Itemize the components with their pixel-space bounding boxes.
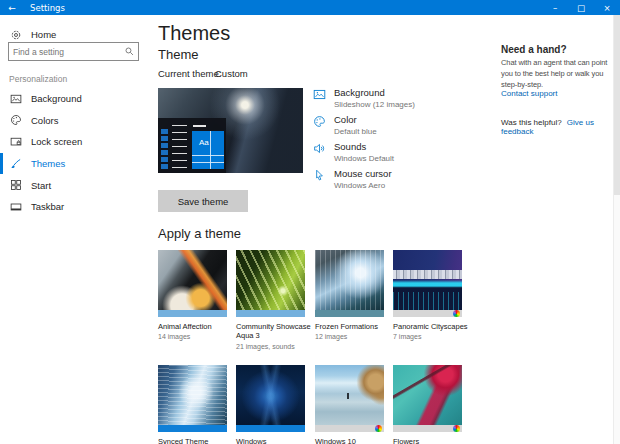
sidebar-item-label: Start	[31, 180, 51, 191]
sidebar-item-label: Background	[31, 93, 82, 104]
theme-thumbnail-taskbar	[158, 425, 227, 432]
theme-meta: 21 images, sounds	[236, 343, 305, 350]
theme-card-panoramic-cityscapes[interactable]: Panoramic Cityscapes 7 images	[393, 250, 462, 340]
theme-card-synced-theme[interactable]: Synced Theme	[158, 365, 227, 444]
sidebar-item-colors[interactable]: Colors	[0, 110, 148, 132]
setting-value: Windows Aero	[334, 181, 392, 190]
back-arrow-icon[interactable]: ←	[0, 3, 24, 13]
sidebar-item-label: Lock screen	[31, 136, 82, 147]
scrollbar-thumb[interactable]	[614, 15, 620, 195]
theme-meta: 12 images	[315, 333, 384, 340]
theme-name: Community Showcase Aqua 3	[236, 322, 312, 341]
theme-thumbnail	[236, 365, 305, 425]
theme-meta: 7 images	[393, 333, 462, 340]
color-palette-icon	[313, 114, 326, 128]
help-heading: Need a hand?	[501, 44, 567, 55]
settings-window: ← Settings – □ × Home Personalization	[0, 0, 620, 444]
theme-card-community-showcase[interactable]: Community Showcase Aqua 3 21 images, sou…	[236, 250, 305, 350]
sidebar-item-lock-screen[interactable]: Lock screen	[0, 131, 148, 153]
sidebar-item-label: Taskbar	[31, 201, 64, 212]
theme-thumbnail	[393, 365, 462, 425]
current-theme-label: Current theme:	[158, 68, 221, 79]
cursor-arrow-icon	[313, 168, 326, 182]
maximize-button[interactable]: □	[568, 0, 594, 15]
theme-thumbnail	[393, 250, 462, 310]
sidebar-item-taskbar[interactable]: Taskbar	[0, 196, 148, 218]
search-box	[8, 42, 139, 61]
theme-setting-background[interactable]: Background Slideshow (12 images)	[313, 87, 415, 109]
setting-label: Mouse cursor	[334, 168, 392, 179]
theme-name: Animal Affection	[158, 322, 234, 331]
theme-card-frozen-formations[interactable]: Frozen Formations 12 images	[315, 250, 384, 340]
sidebar-item-label: Themes	[31, 158, 65, 169]
sidebar-section-label: Personalization	[9, 74, 67, 84]
start-grid-icon	[10, 179, 22, 191]
sidebar-item-background[interactable]: Background	[0, 88, 148, 110]
search-icon	[124, 46, 138, 57]
theme-setting-sounds[interactable]: Sounds Windows Default	[313, 141, 394, 163]
theme-name: Windows 10	[315, 437, 391, 444]
theme-thumbnail-taskbar	[236, 310, 305, 317]
color-swatch-icon	[375, 425, 382, 432]
theme-thumbnail	[315, 365, 384, 425]
theme-thumbnail	[315, 250, 384, 310]
theme-card-windows-10[interactable]: Windows 10	[315, 365, 384, 444]
home-label: Home	[31, 29, 56, 40]
theme-card-windows[interactable]: Windows	[236, 365, 305, 444]
color-palette-icon	[10, 114, 22, 126]
contact-support-link[interactable]: Contact support	[501, 89, 557, 98]
setting-label: Background	[334, 87, 415, 98]
theme-preview-image: Aa	[158, 88, 303, 173]
apply-theme-heading: Apply a theme	[158, 226, 241, 241]
help-body-text: Chat with an agent that can point you to…	[501, 58, 613, 91]
gear-icon	[10, 29, 22, 41]
theme-name: Synced Theme	[158, 437, 234, 444]
theme-thumbnail-taskbar	[315, 425, 384, 432]
theme-thumbnail	[158, 250, 227, 310]
titlebar: ← Settings – □ ×	[0, 0, 620, 15]
setting-value: Default blue	[334, 127, 377, 136]
close-button[interactable]: ×	[594, 0, 620, 15]
setting-value: Slideshow (12 images)	[334, 100, 415, 109]
vertical-scrollbar[interactable]	[613, 15, 620, 444]
theme-thumbnail-taskbar	[236, 425, 305, 432]
theme-setting-mouse-cursor[interactable]: Mouse cursor Windows Aero	[313, 168, 392, 190]
setting-value: Windows Default	[334, 154, 394, 163]
theme-name: Flowers	[393, 437, 469, 444]
setting-label: Sounds	[334, 141, 394, 152]
speaker-icon	[313, 141, 326, 155]
minimize-button[interactable]: –	[542, 0, 568, 15]
theme-name: Panoramic Cityscapes	[393, 322, 469, 331]
sidebar-nav: Background Colors Lock screen Themes	[0, 88, 148, 218]
color-swatch-icon	[453, 310, 460, 317]
theme-card-flowers[interactable]: Flowers	[393, 365, 462, 444]
preview-aa-tile: Aa	[199, 138, 209, 147]
window-title: Settings	[30, 3, 65, 13]
feedback-prompt: Was this helpful?	[501, 118, 562, 127]
theme-name: Windows	[236, 437, 312, 444]
theme-section-heading: Theme	[158, 47, 198, 62]
theme-meta: 14 images	[158, 333, 227, 340]
themes-brush-icon	[10, 158, 22, 170]
current-theme-value: Custom	[215, 68, 248, 79]
theme-thumbnail	[158, 365, 227, 425]
theme-thumbnail	[236, 250, 305, 310]
setting-label: Color	[334, 114, 377, 125]
preview-menu-lines	[172, 125, 187, 168]
page-title: Themes	[158, 22, 230, 45]
theme-thumbnail-taskbar	[393, 310, 462, 317]
sidebar-item-label: Colors	[31, 115, 58, 126]
theme-setting-color[interactable]: Color Default blue	[313, 114, 377, 136]
theme-thumbnail-taskbar	[158, 310, 227, 317]
search-input[interactable]	[9, 47, 124, 57]
lock-screen-icon	[10, 136, 22, 148]
sidebar-item-themes[interactable]: Themes	[0, 153, 148, 175]
theme-card-animal-affection[interactable]: Animal Affection 14 images	[158, 250, 227, 340]
theme-name: Frozen Formations	[315, 322, 391, 331]
theme-thumbnail-taskbar	[315, 310, 384, 317]
save-theme-button[interactable]: Save theme	[158, 190, 248, 212]
feedback-row: Was this helpful? Give us feedback	[501, 118, 620, 136]
preview-start-menu: Aa	[158, 118, 226, 173]
sidebar-item-start[interactable]: Start	[0, 174, 148, 196]
background-image-icon	[10, 93, 22, 105]
